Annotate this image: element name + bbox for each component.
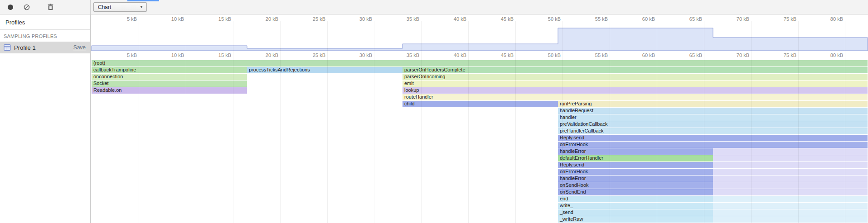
ruler-tick-label: 80 kB	[817, 14, 843, 24]
profile-icon	[4, 44, 11, 51]
record-icon	[7, 4, 14, 10]
ruler-tick-label: 80 kB	[817, 51, 843, 60]
flame-row: onSendEnd	[91, 189, 868, 195]
clear-icon	[24, 4, 30, 10]
ruler-tick-label: 35 kB	[393, 14, 419, 24]
ruler-tick-label: 75 kB	[770, 51, 796, 60]
flame-bar[interactable]	[713, 169, 868, 175]
ruler-tick-label: 5 kB	[111, 51, 137, 60]
flame-bar[interactable]: onconnection	[92, 74, 247, 80]
flame-chart-rows: (root)callbackTrampolineprocessTicksAndR…	[91, 60, 868, 223]
flame-row: _send	[91, 209, 868, 216]
ruler-tick-label: 65 kB	[676, 51, 702, 60]
delete-profile-button[interactable]	[45, 2, 55, 12]
flame-row: Reply.send	[91, 134, 868, 141]
flame-bar-label: onErrorHook	[558, 169, 588, 174]
flame-bar[interactable]: _send	[558, 209, 713, 216]
ruler-tick-label: 10 kB	[158, 14, 184, 24]
flame-bar[interactable]: runPreParsing	[558, 101, 868, 107]
overview-graph[interactable]	[91, 24, 868, 51]
ruler-tick-label: 35 kB	[393, 51, 419, 60]
sidebar-item-profile-1[interactable]: Profile 1 Save	[0, 42, 90, 53]
flame-bar[interactable]: handleError	[558, 176, 713, 182]
flame-bar[interactable]	[713, 216, 868, 223]
flame-bar-label: parserOnHeadersComplete	[402, 67, 466, 72]
flame-bar[interactable]: onErrorHook	[558, 142, 868, 148]
ruler-tick-label: 20 kB	[252, 14, 278, 24]
flame-bar[interactable]	[713, 209, 868, 216]
flame-bar-label: onconnection	[92, 74, 123, 79]
flame-bar[interactable]: write_	[558, 203, 713, 209]
ruler-tick-label: 55 kB	[582, 14, 608, 24]
flame-bar[interactable]	[713, 162, 868, 168]
flame-row: Reply.send	[91, 161, 868, 168]
flame-row: handleError	[91, 175, 868, 182]
record-button[interactable]	[5, 2, 15, 12]
flame-bar[interactable]: onErrorHook	[558, 169, 713, 175]
flame-bar[interactable]: Readable.on	[92, 87, 247, 94]
active-tab-indicator	[127, 0, 159, 1]
ruler-tick-label: 45 kB	[487, 51, 514, 60]
flame-bar-label: (root)	[92, 60, 105, 66]
flame-bar[interactable]: end	[558, 196, 713, 202]
flame-bar-label: handleError	[558, 176, 586, 181]
flame-bar[interactable]: child	[402, 101, 558, 107]
ruler-tick-label: 65 kB	[676, 14, 702, 24]
flame-row: write_	[91, 202, 868, 209]
flame-bar-label: write_	[558, 203, 573, 208]
flame-bar[interactable]	[713, 203, 868, 209]
save-profile-link[interactable]: Save	[73, 44, 86, 51]
flame-bar[interactable]: Socket	[92, 81, 247, 87]
flame-bar[interactable]: Reply.send	[558, 162, 713, 168]
flame-bar[interactable]: Reply.send	[558, 135, 868, 141]
flame-bar[interactable]	[713, 189, 868, 195]
flame-bar[interactable]: emit	[402, 81, 868, 87]
flame-bar[interactable]	[713, 182, 868, 189]
flame-bar-label: Readable.on	[92, 87, 121, 93]
flame-bar-label: onSendEnd	[558, 189, 586, 195]
flame-row: handler	[91, 114, 868, 121]
flame-bar[interactable]: handler	[558, 114, 868, 121]
flame-bar[interactable]: handleError	[558, 148, 713, 155]
flame-bar[interactable]	[713, 196, 868, 202]
flame-bar[interactable]: (root)	[92, 60, 868, 66]
flame-row: (root)	[91, 60, 868, 66]
flame-bar[interactable]: callbackTrampoline	[92, 67, 247, 73]
ruler-tick-label: 55 kB	[582, 51, 608, 60]
ruler-tick-label: 70 kB	[723, 14, 749, 24]
flame-bar[interactable]: parserOnHeadersComplete	[402, 67, 868, 73]
flame-bar[interactable]	[713, 148, 868, 155]
profiler-panel: Chart ▼ Profiles SAMPLING PROFILES Profi…	[0, 0, 868, 223]
view-mode-select[interactable]: Chart ▼	[93, 2, 147, 12]
flame-row: defaultErrorHandler	[91, 155, 868, 161]
flame-row: onErrorHook	[91, 168, 868, 175]
flame-bar[interactable]: onSendEnd	[558, 189, 713, 195]
chart-ruler: 5 kB10 kB15 kB20 kB25 kB30 kB35 kB40 kB4…	[91, 51, 868, 60]
trash-icon	[48, 4, 53, 10]
flame-bar[interactable]: lookup	[402, 87, 868, 94]
flame-bar-label: parserOnIncoming	[402, 74, 446, 79]
flame-bar[interactable]: preValidationCallback	[558, 121, 868, 128]
flame-bar-label: handler	[558, 114, 577, 120]
toolbar: Chart ▼	[0, 0, 868, 14]
flame-bar-label: processTicksAndRejections	[247, 67, 310, 72]
flame-bar-label: preValidationCallback	[558, 121, 608, 127]
flame-bar[interactable]: onSendHook	[558, 182, 713, 189]
flame-row: preValidationCallback	[91, 121, 868, 128]
flame-bar[interactable]: defaultErrorHandler	[558, 155, 713, 161]
flame-bar[interactable]: processTicksAndRejections	[247, 67, 402, 73]
flame-bar[interactable]: _writeRaw	[558, 216, 713, 223]
clear-profiles-button[interactable]	[22, 2, 32, 12]
flame-bar[interactable]	[713, 176, 868, 182]
flame-bar-label: onSendHook	[558, 182, 589, 188]
flame-bar-label: onErrorHook	[558, 142, 588, 147]
flame-bar[interactable]: routeHandler	[402, 94, 868, 100]
flame-bar[interactable]: handleRequest	[558, 108, 868, 114]
flame-bar[interactable]: preHandlerCallback	[558, 128, 868, 134]
ruler-tick-label: 50 kB	[534, 14, 561, 24]
flame-bar[interactable]	[713, 155, 868, 161]
ruler-tick-label: 40 kB	[440, 51, 466, 60]
ruler-tick-label: 40 kB	[440, 14, 466, 24]
flame-bar[interactable]: parserOnIncoming	[402, 74, 868, 80]
flame-bar-label: handleError	[558, 148, 586, 154]
